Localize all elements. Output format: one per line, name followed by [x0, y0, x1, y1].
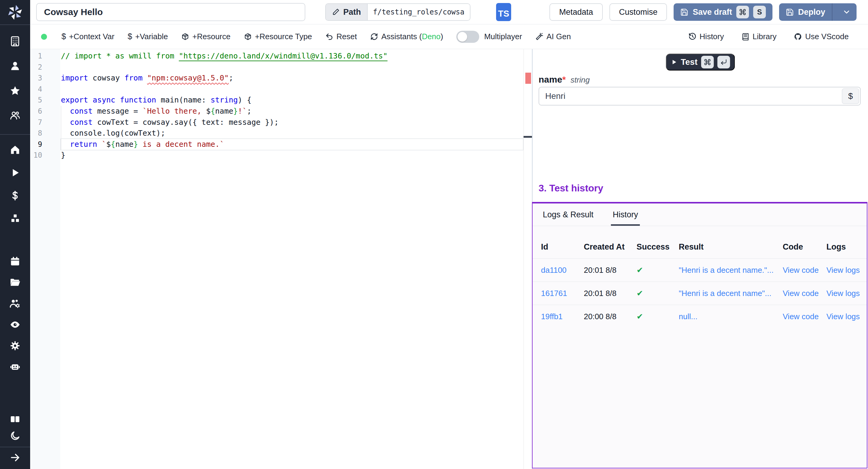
code-line[interactable]: 8 console.log(cowText);	[30, 128, 532, 139]
add-context-var-button[interactable]: $ +Context Var	[61, 32, 115, 41]
add-resource-button[interactable]: +Resource	[181, 32, 230, 41]
line-number: 4	[30, 84, 42, 95]
insert-variable-button[interactable]: $	[842, 88, 859, 104]
sidebar-item-favorites[interactable]	[10, 85, 21, 96]
add-resource-type-button[interactable]: +Resource Type	[244, 32, 312, 41]
result-link[interactable]: "Henri is a decent name."...	[679, 265, 783, 275]
view-logs-link[interactable]: View logs	[827, 289, 867, 298]
use-vscode-button[interactable]: Use VScode	[794, 32, 849, 41]
typescript-badge: TS	[496, 3, 511, 21]
dollar-icon: $	[61, 32, 66, 41]
path-control[interactable]: Path f/testing_roles/cowsa	[325, 3, 470, 21]
view-logs-link[interactable]: View logs	[827, 312, 867, 321]
code-line[interactable]: 3import cowsay from "npm:cowsay@1.5.0";	[30, 73, 532, 84]
view-logs-link[interactable]: View logs	[827, 265, 867, 275]
sidebar-item-variables[interactable]	[10, 190, 21, 201]
code-text[interactable]: export async function main(name: string)…	[61, 95, 251, 106]
code-editor[interactable]: 1// import * as wmill from "https://deno…	[30, 49, 532, 469]
code-text[interactable]: return `${name} is a decent name.`	[61, 139, 224, 150]
code-line[interactable]: 10}	[30, 150, 532, 161]
view-code-link[interactable]: View code	[783, 265, 827, 275]
sidebar-item-docs[interactable]	[10, 413, 21, 425]
sidebar-item-workspace[interactable]	[10, 36, 21, 47]
code-line[interactable]: 4	[30, 84, 532, 95]
result-link[interactable]: null...	[679, 312, 783, 321]
view-code-link[interactable]: View code	[783, 312, 827, 321]
argument-label-row: name * string	[538, 74, 590, 85]
history-label: History	[700, 32, 724, 41]
code-text[interactable]: import cowsay from "npm:cowsay@1.5.0";	[61, 73, 233, 84]
add-variable-label: +Variable	[135, 32, 168, 41]
library-button[interactable]: Library	[741, 32, 776, 41]
sidebar-item-settings[interactable]	[10, 340, 21, 351]
code-line[interactable]: 2	[30, 62, 532, 73]
building-icon	[10, 36, 21, 47]
history-button[interactable]: History	[688, 32, 724, 41]
tab-logs-result[interactable]: Logs & Result	[541, 210, 595, 226]
code-line[interactable]: 7 const cowText = cowsay.say({ text: mes…	[30, 117, 532, 128]
history-table-header: Id Created At Success Result Code Logs	[532, 226, 867, 259]
run-id-link[interactable]: 19ffb1	[532, 312, 584, 321]
user-icon	[10, 61, 21, 71]
sidebar-item-dark-mode[interactable]	[10, 430, 21, 441]
created-at-value: 20:00 8/8	[584, 312, 637, 321]
assistants-label: Assistants (Deno)	[381, 32, 443, 41]
sidebar-item-members[interactable]	[10, 110, 21, 121]
code-text[interactable]: const cowText = cowsay.say({ text: messa…	[61, 117, 278, 128]
code-line[interactable]: 9 return `${name} is a decent name.`	[30, 139, 532, 150]
metadata-button[interactable]: Metadata	[550, 3, 603, 21]
result-link[interactable]: "Henri is a decent name"...	[679, 289, 783, 298]
windmill-logo[interactable]	[0, 0, 30, 24]
sidebar-item-folders[interactable]	[10, 277, 21, 288]
sidebar-item-workers[interactable]	[10, 362, 21, 372]
sidebar-item-resources[interactable]	[10, 213, 21, 224]
path-edit-button[interactable]: Path	[326, 4, 367, 20]
cmd-key	[736, 6, 749, 19]
multiplayer-label: Multiplayer	[484, 32, 522, 41]
customise-button[interactable]: Customise	[610, 3, 667, 21]
view-code-link[interactable]: View code	[783, 289, 827, 298]
sidebar-divider	[0, 24, 30, 25]
sidebar-expand-button[interactable]	[10, 452, 21, 463]
sidebar-item-home[interactable]	[10, 145, 21, 155]
error-marker	[525, 73, 531, 84]
history-table-body: da110020:01 8/8✔"Henri is a decent name.…	[532, 259, 867, 328]
sidebar-item-groups[interactable]	[10, 298, 21, 309]
sidebar-item-schedules[interactable]	[10, 256, 21, 267]
deploy-dropdown-button[interactable]	[837, 8, 857, 16]
path-value[interactable]: f/testing_roles/cowsa	[367, 4, 470, 20]
main-area: Path f/testing_roles/cowsa TS Metadata C…	[30, 0, 868, 469]
code-line[interactable]: 5export async function main(name: string…	[30, 95, 532, 106]
code-text[interactable]: // import * as wmill from "https://deno.…	[61, 51, 388, 62]
run-id-link[interactable]: da1100	[532, 265, 584, 275]
line-number: 8	[30, 128, 42, 139]
save-draft-button[interactable]: Save draft S	[674, 3, 772, 21]
save-draft-label: Save draft	[692, 7, 732, 17]
sidebar-item-user[interactable]	[10, 61, 21, 71]
robot-icon	[10, 362, 21, 372]
tab-history[interactable]: History	[611, 210, 640, 226]
code-text[interactable]: }	[61, 150, 65, 161]
multiplayer-toggle[interactable]	[456, 31, 479, 43]
test-history-panel: Logs & Result History Id Created At Succ…	[532, 202, 867, 468]
argument-input[interactable]	[538, 87, 861, 105]
code-text[interactable]: console.log(cowText);	[61, 128, 165, 139]
deploy-label: Deploy	[798, 7, 825, 17]
use-vscode-label: Use VScode	[805, 32, 849, 41]
add-variable-button[interactable]: $ +Variable	[128, 32, 168, 41]
code-line[interactable]: 1// import * as wmill from "https://deno…	[30, 51, 532, 62]
sidebar-item-audit-logs[interactable]	[10, 319, 21, 330]
run-id-link[interactable]: 161761	[532, 289, 584, 298]
code-text[interactable]: const message = `Hello there, ${name}!`;	[61, 106, 251, 117]
ai-gen-button[interactable]: AI Gen	[535, 32, 571, 41]
moon-icon	[10, 430, 21, 441]
test-button[interactable]: Test	[666, 54, 735, 70]
reset-label: Reset	[336, 32, 357, 41]
assistants-button[interactable]: Assistants (Deno)	[370, 32, 443, 41]
code-line[interactable]: 6 const message = `Hello there, ${name}!…	[30, 106, 532, 117]
deploy-button[interactable]: Deploy	[779, 3, 857, 21]
reset-button[interactable]: Reset	[325, 32, 357, 41]
sidebar-item-runs[interactable]	[10, 167, 21, 178]
save-icon	[786, 8, 794, 16]
script-title-input[interactable]	[36, 3, 305, 21]
